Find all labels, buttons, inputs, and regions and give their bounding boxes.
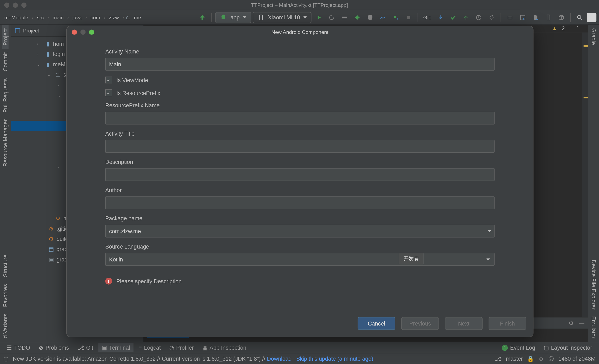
git-history-button[interactable]	[473, 12, 484, 23]
build-variants-tool-tab[interactable]: d Variants	[2, 310, 9, 342]
skip-link[interactable]: Skip this update (a minute ago)	[296, 355, 373, 362]
git-rollback-button[interactable]	[486, 12, 497, 23]
nav-down-icon[interactable]: ˅	[576, 25, 579, 32]
crumb[interactable]: com	[89, 14, 102, 21]
minimize-icon[interactable]: —	[579, 320, 584, 326]
search-button[interactable]	[574, 12, 585, 23]
left-tool-gutter: Project Commit Pull Requests Resource Ma…	[0, 25, 11, 342]
crumb[interactable]: main	[51, 14, 65, 21]
source-language-value: Kotlin	[109, 256, 123, 263]
logcat-tool-tab[interactable]: ≡Logcat	[135, 343, 164, 352]
dialog-maximize-icon[interactable]	[89, 29, 94, 35]
git-commit-button[interactable]	[448, 12, 458, 23]
device-label: Xiaomi Mi 10	[268, 14, 300, 21]
git-tool-tab[interactable]: ⎇Git	[74, 343, 97, 352]
bottom-tool-bar: ☰TODO ⊘Problems ⎇Git ▣Terminal ≡Logcat ◔…	[0, 342, 599, 353]
dialog-minimize-icon	[80, 29, 86, 35]
crumb[interactable]: java	[71, 14, 84, 21]
git-push-button[interactable]	[460, 12, 471, 23]
author-input[interactable]	[105, 196, 495, 209]
structure-tool-tab[interactable]: Structure	[2, 251, 9, 281]
emulator-tool-tab[interactable]: Emulator	[590, 313, 597, 342]
app-inspection-tool-tab[interactable]: ▦App Inspection	[199, 343, 250, 352]
main-toolbar: meModule› src› main› java› com› zlzw› 🗀 …	[0, 10, 599, 25]
run-config-selector[interactable]: app	[215, 12, 251, 23]
is-viewmode-check[interactable]: ✓Is ViewMode	[105, 77, 495, 83]
device-selector[interactable]: Xiaomi Mi 10	[253, 12, 312, 23]
profiler-button[interactable]	[378, 12, 388, 23]
debug-button[interactable]	[352, 12, 363, 23]
gear-icon[interactable]: ⚙	[569, 320, 574, 326]
crumb[interactable]: zlzw	[107, 14, 120, 21]
activity-name-input[interactable]	[105, 58, 495, 71]
avatar[interactable]	[587, 13, 596, 22]
nav-up-icon[interactable]: ˄	[569, 25, 572, 32]
warning-icon[interactable]: ▲	[552, 25, 557, 32]
resourceprefix-name-input[interactable]	[105, 112, 495, 124]
download-link[interactable]: Download	[267, 355, 291, 362]
chevron-down-icon[interactable]	[484, 225, 494, 237]
pull-requests-tool-tab[interactable]: Pull Requests	[2, 75, 9, 116]
folder-icon: 🗀	[126, 15, 131, 20]
face-icon[interactable]: ☺	[538, 355, 544, 362]
warning-marker[interactable]	[584, 45, 588, 47]
activity-restart-button[interactable]	[339, 12, 350, 23]
face-icon[interactable]: ☹	[548, 355, 554, 362]
resource-manager-tool-tab[interactable]: Resource Manager	[2, 116, 9, 170]
avd-button[interactable]	[504, 12, 515, 23]
crumb[interactable]: src	[35, 14, 45, 21]
device-manager-button[interactable]	[543, 12, 554, 23]
gradle-tool-tab[interactable]: Gradle	[590, 25, 597, 48]
todo-tool-tab[interactable]: ☰TODO	[3, 343, 34, 352]
svg-rect-10	[15, 28, 20, 33]
warning-count: 2	[562, 25, 565, 32]
stop-button[interactable]	[403, 12, 414, 23]
branch-label[interactable]: master	[506, 355, 523, 362]
coverage-button[interactable]	[365, 12, 376, 23]
git-pull-button[interactable]	[435, 12, 446, 23]
minimize-icon[interactable]	[13, 2, 18, 8]
crumb[interactable]: me	[132, 14, 143, 21]
tooltip: 开发者	[399, 253, 423, 265]
commit-tool-tab[interactable]: Commit	[2, 49, 9, 75]
sync-button[interactable]	[197, 12, 208, 23]
finish-button[interactable]: Finish	[489, 317, 526, 330]
maximize-icon[interactable]	[21, 2, 27, 8]
favorites-tool-tab[interactable]: Favorites	[2, 281, 9, 310]
resource-button[interactable]	[530, 12, 541, 23]
profiler-tool-tab[interactable]: ◔Profiler	[166, 343, 197, 352]
editor-scrollbar[interactable]	[582, 32, 588, 342]
next-button[interactable]: Next	[445, 317, 483, 330]
terminal-tool-tab[interactable]: ▣Terminal	[98, 343, 133, 352]
branch-icon[interactable]: ⎇	[495, 355, 502, 362]
apply-changes-button[interactable]	[326, 12, 337, 23]
memory-indicator[interactable]: 1480 of 2048M	[558, 355, 595, 362]
sdk-button[interactable]	[517, 12, 528, 23]
lock-icon[interactable]: 🔒	[527, 355, 534, 362]
status-icon[interactable]: ▢	[3, 355, 9, 362]
package-name-combo[interactable]: com.zlzw.me	[105, 225, 495, 238]
dialog-close-icon[interactable]	[72, 29, 77, 35]
device-file-explorer-tool-tab[interactable]: Device File Explorer	[590, 256, 597, 313]
close-icon[interactable]	[4, 2, 9, 8]
problems-tool-tab[interactable]: ⊘Problems	[35, 343, 72, 352]
svg-point-2	[356, 16, 359, 19]
source-language-combo[interactable]: Kotlin	[105, 253, 495, 266]
layout-inspector-tool-tab[interactable]: ▢Layout Inspector	[540, 343, 596, 352]
breadcrumb[interactable]: meModule› src› main› java› com› zlzw› 🗀 …	[2, 14, 143, 21]
dialog-titlebar: New Android Component	[67, 26, 533, 38]
previous-button[interactable]: Previous	[401, 317, 439, 330]
crumb[interactable]: meModule	[2, 14, 30, 21]
attach-debugger-button[interactable]	[390, 12, 401, 23]
cancel-button[interactable]: Cancel	[358, 317, 395, 330]
warning-marker[interactable]	[584, 97, 588, 98]
svg-rect-4	[407, 16, 410, 19]
run-button[interactable]	[313, 12, 324, 23]
project-tool-tab[interactable]: Project	[2, 25, 9, 49]
is-resourceprefix-check[interactable]: ✓Is ResourcePrefix	[105, 89, 495, 96]
event-log-tool-tab[interactable]: 1Event Log	[499, 343, 538, 352]
window-traffic-lights[interactable]	[0, 2, 27, 8]
description-input[interactable]	[105, 168, 495, 181]
cube-button[interactable]	[556, 12, 567, 23]
activity-title-input[interactable]	[105, 140, 495, 153]
